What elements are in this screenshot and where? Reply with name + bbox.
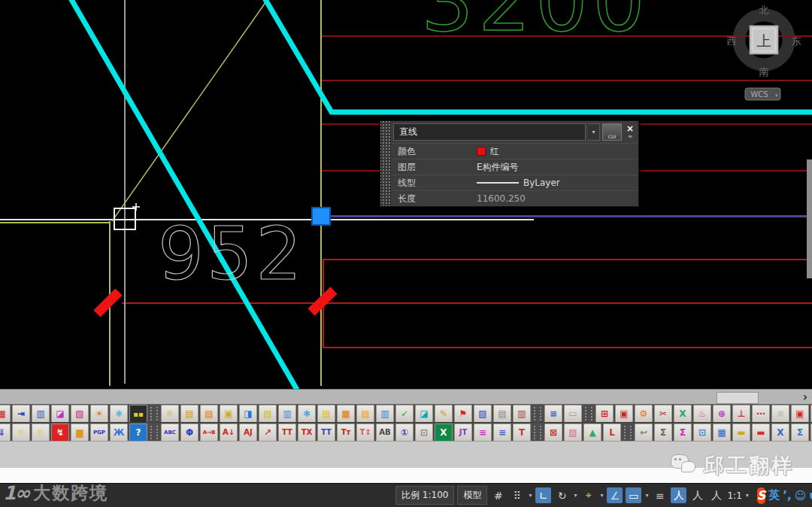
toolbar-icon[interactable]: A↓	[220, 424, 238, 442]
cui-button[interactable]: CUI	[602, 123, 622, 141]
toolbar-icon[interactable]: ⊡	[415, 424, 433, 442]
toolbar-icon[interactable]: ▣	[791, 405, 809, 423]
toolbar-icon[interactable]: ⊥	[732, 405, 750, 423]
toolbar-icon[interactable]: ▬	[752, 424, 770, 442]
toolbar-icon[interactable]: A→B	[200, 424, 218, 442]
drawing-canvas[interactable]: 3200 952 北 南 西 东 上 WCS ▾	[0, 0, 812, 389]
object-type-field[interactable]: 直线	[393, 123, 586, 141]
toolbar-icon[interactable]: ?	[129, 424, 147, 442]
property-row-length[interactable]: 长度 11600.250	[391, 190, 638, 206]
toolbar-icon[interactable]: ▤	[259, 405, 277, 423]
object-snap-toggle[interactable]: ⌖	[580, 487, 596, 503]
property-row-color[interactable]: 颜色 红	[391, 143, 638, 159]
property-row-layer[interactable]: 图层 E构件编号	[391, 159, 638, 175]
options-menu-icon[interactable]: ≡	[628, 134, 633, 140]
toolbar-icon[interactable]: X	[674, 405, 692, 423]
toolbar-icon[interactable]: Ж	[110, 424, 128, 442]
toolbar-icon[interactable]: ⊠	[544, 424, 562, 442]
toolbar-icon[interactable]: ≡	[493, 424, 511, 442]
toolbar-icon[interactable]: ✱	[298, 405, 316, 423]
toolbar-icon[interactable]: ⚙	[635, 405, 653, 423]
toolbar-icon[interactable]: AB	[376, 424, 394, 442]
toolbar-icon[interactable]: ☼	[32, 424, 50, 442]
toolbar-group-separator[interactable]	[150, 407, 158, 420]
toolbar-icon[interactable]: ✱	[110, 405, 128, 423]
toolbar-icon[interactable]: ▤	[200, 405, 218, 423]
scrollbar-thumb[interactable]	[717, 392, 759, 404]
toolbar-group-separator[interactable]	[150, 426, 158, 439]
toolbar-icon[interactable]: ↩	[635, 424, 653, 442]
toolbar-icon[interactable]: Φ	[180, 424, 198, 442]
toolbar-icon[interactable]: ⚑	[454, 405, 472, 423]
toolbar-icon[interactable]: ▥	[513, 405, 531, 423]
toolbar-icon[interactable]: ◨	[239, 405, 257, 423]
toolbar-icon[interactable]: ↯	[51, 424, 69, 442]
toolbar-icon[interactable]: ⊞	[595, 405, 614, 423]
toolbar-icon[interactable]: ▪▪	[129, 405, 147, 423]
viewcube-east[interactable]: 东	[792, 35, 801, 47]
ime-punctuation-toggle[interactable]: ’,	[783, 489, 791, 502]
toolbar-icon[interactable]: ⇥	[12, 405, 30, 423]
toolbar-icon[interactable]: ↗	[259, 424, 277, 442]
toolbar-icon[interactable]: ⊕	[713, 405, 731, 423]
viewcube-south[interactable]: 南	[759, 66, 769, 77]
toolbar-icon[interactable]: ▬	[732, 424, 750, 442]
toolbar-icon[interactable]: ✓	[395, 405, 414, 423]
viewcube-west[interactable]: 西	[727, 35, 737, 47]
object-snap-tracking-toggle[interactable]: ∠	[607, 487, 623, 503]
toolbar-icon[interactable]: ◪	[415, 405, 433, 423]
dynamic-input-toggle-caret-icon[interactable]: ▾	[645, 492, 648, 499]
toolbar-icon[interactable]: ▦	[713, 424, 731, 442]
ime-language-toggle[interactable]: 英	[768, 488, 780, 502]
annotation-scale-caret-icon[interactable]: ▾	[746, 492, 749, 499]
toolbar-icon[interactable]: TT	[317, 424, 335, 442]
toolbar-icon[interactable]: L	[603, 424, 621, 442]
toolbar-icon[interactable]: ☼	[161, 405, 179, 423]
lineweight-toggle[interactable]: ≡	[652, 487, 668, 503]
command-line-area[interactable]	[0, 468, 812, 483]
toolbar-icon[interactable]: T	[513, 424, 531, 442]
toolbar-icon[interactable]: ✂	[654, 405, 672, 423]
horizontal-scrollbar[interactable]: ›	[0, 389, 812, 405]
object-type-dropdown-icon[interactable]: ▾	[588, 123, 600, 141]
model-space-button[interactable]: 模型	[457, 486, 487, 505]
toolbar-icon[interactable]: ▭	[564, 405, 582, 423]
toolbar-icon[interactable]: ☀	[90, 405, 108, 423]
toolbar-group-separator[interactable]	[534, 407, 541, 420]
toolbar-icon[interactable]: Tт	[337, 424, 355, 442]
vertical-scrollbar[interactable]	[807, 159, 812, 278]
toolbar-icon[interactable]: ABC	[161, 424, 179, 442]
property-row-linetype[interactable]: 线型 ByLayer	[391, 175, 638, 190]
panel-grip-handle[interactable]	[380, 121, 391, 206]
toolbar-icon[interactable]: ☼	[12, 424, 30, 442]
toolbar-icon[interactable]: ◪	[51, 405, 69, 423]
toolbar-icon[interactable]: ▥	[32, 405, 50, 423]
toolbar-icon[interactable]: ①	[395, 424, 414, 442]
grid-toggle[interactable]: #	[490, 487, 506, 503]
toolbar-icon[interactable]: ▆	[71, 424, 89, 442]
annotation-autoscale-toggle[interactable]: 人	[689, 487, 705, 503]
snap-toggle-caret-icon[interactable]: ▾	[529, 492, 532, 499]
object-snap-toggle-caret-icon[interactable]: ▾	[600, 492, 603, 499]
toolbar-icon[interactable]: Σ	[654, 424, 672, 442]
toolbar-icon[interactable]: ⋯	[752, 405, 770, 423]
polar-tracking-toggle[interactable]: ↻	[554, 487, 570, 503]
toolbar-icon[interactable]: TX	[298, 424, 316, 442]
toolbar-icon[interactable]: X	[771, 424, 789, 442]
toolbar-icon[interactable]: ≡	[474, 424, 492, 442]
toolbar-icon[interactable]: ⊡	[693, 424, 711, 442]
toolbar-icon[interactable]: ▨	[474, 405, 492, 423]
toolbar-icon[interactable]: TT	[278, 424, 296, 442]
toolbar-icon[interactable]: ✎	[435, 405, 453, 423]
ime-emoji-button[interactable]: ☺	[795, 489, 807, 502]
annotation-scale[interactable]: 1:1	[727, 490, 741, 501]
annotation-monitor-toggle[interactable]: 人	[708, 487, 724, 503]
toolbar-icon[interactable]: ⇓	[0, 424, 11, 442]
toolbar-icon[interactable]: ▦	[337, 405, 355, 423]
toolbar-icon[interactable]: ▤	[356, 405, 374, 423]
toolbar-icon[interactable]: Σ	[791, 424, 809, 442]
toolbar-group-separator[interactable]	[534, 426, 541, 439]
scroll-right-arrow-icon[interactable]: ›	[803, 390, 807, 405]
toolbar-icon[interactable]: ▣	[615, 405, 633, 423]
toolbar-icon[interactable]: JT	[454, 424, 472, 442]
